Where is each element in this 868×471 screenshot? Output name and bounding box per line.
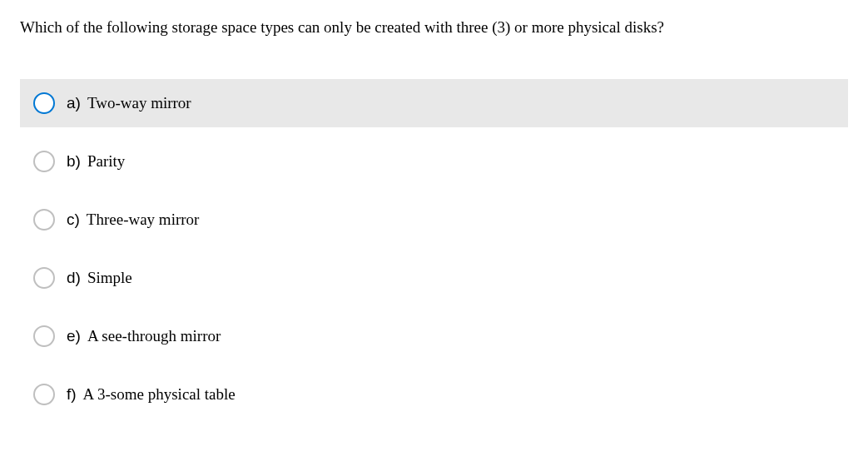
option-text: Simple bbox=[87, 269, 132, 287]
radio-icon[interactable] bbox=[33, 151, 55, 172]
option-text: A 3-some physical table bbox=[83, 385, 236, 404]
radio-icon[interactable] bbox=[33, 92, 55, 114]
option-letter: d) bbox=[67, 269, 81, 287]
option-text: A see-through mirror bbox=[87, 327, 221, 345]
option-letter: a) bbox=[67, 94, 81, 112]
option-f[interactable]: f) A 3-some physical table bbox=[20, 370, 848, 419]
option-c[interactable]: c) Three-way mirror bbox=[20, 196, 848, 244]
question-text: Which of the following storage space typ… bbox=[20, 17, 848, 39]
option-text: Two-way mirror bbox=[87, 94, 191, 112]
option-a[interactable]: a) Two-way mirror bbox=[20, 79, 848, 127]
option-b[interactable]: b) Parity bbox=[20, 137, 848, 186]
option-text: Three-way mirror bbox=[87, 211, 200, 229]
option-text: Parity bbox=[87, 152, 125, 171]
option-e[interactable]: e) A see-through mirror bbox=[20, 312, 848, 360]
radio-icon[interactable] bbox=[33, 325, 55, 347]
radio-icon[interactable] bbox=[33, 267, 55, 289]
option-letter: e) bbox=[67, 327, 81, 345]
radio-icon[interactable] bbox=[33, 209, 55, 231]
radio-icon[interactable] bbox=[33, 384, 55, 405]
option-letter: b) bbox=[67, 152, 81, 171]
options-list: a) Two-way mirror b) Parity c) Three-way… bbox=[20, 79, 848, 429]
option-d[interactable]: d) Simple bbox=[20, 254, 848, 302]
option-letter: f) bbox=[67, 385, 77, 404]
option-letter: c) bbox=[67, 211, 80, 229]
